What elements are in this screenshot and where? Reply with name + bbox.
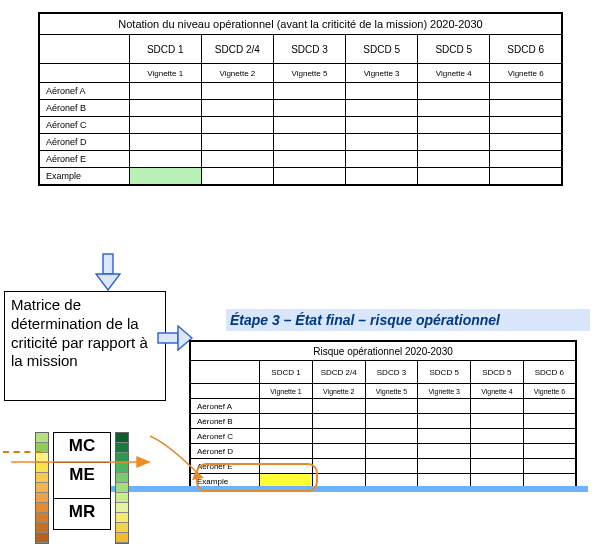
legend: MC ME MR [11,432,171,540]
bottom-table-title: Risque opérationnel 2020-2030 [190,341,576,361]
bot-sub-5: Vignette 6 [523,384,576,399]
table-row: Aéronef E [190,459,576,474]
step3-heading: Étape 3 – État final – risque opérationn… [226,309,590,331]
bot-sub-0: Vignette 1 [260,384,313,399]
bot-col-5: SDCD 6 [523,361,576,384]
bot-col-3: SDCD 5 [418,361,471,384]
top-col-4: SDCD 5 [418,35,490,64]
table-row: Aéronef B [190,414,576,429]
table-row: Aéronef D [190,444,576,459]
bot-col-2: SDCD 3 [365,361,418,384]
top-table-title: Notation du niveau opérationnel (avant l… [39,13,562,35]
bottom-table: Risque opérationnel 2020-2030 SDCD 1 SDC… [189,340,577,490]
svg-marker-1 [96,274,120,290]
top-col-0: SDCD 1 [129,35,201,64]
table-row: Aéronef A [190,399,576,414]
legend-pointer-icon [11,455,151,469]
bot-sub-1: Vignette 2 [312,384,365,399]
bot-sub-4: Vignette 4 [471,384,524,399]
top-col-5: SDCD 6 [490,35,562,64]
top-sub-1: Vignette 2 [201,64,273,83]
top-col-2: SDCD 3 [273,35,345,64]
top-sub-0: Vignette 1 [129,64,201,83]
legend-label-mr: MR [53,498,111,530]
bot-sub-2: Vignette 5 [365,384,418,399]
top-col-1: SDCD 2/4 [201,35,273,64]
table-row: Aéronef B [39,100,562,117]
table-row: Aéronef D [39,134,562,151]
table-row: Aéronef A [39,83,562,100]
legend-band-left [35,432,49,544]
matrix-label-box: Matrice de détermination de la criticité… [4,291,166,401]
bot-sub-3: Vignette 3 [418,384,471,399]
top-sub-2: Vignette 5 [273,64,345,83]
bot-col-0: SDCD 1 [260,361,313,384]
top-sub-5: Vignette 6 [490,64,562,83]
top-sub-4: Vignette 4 [418,64,490,83]
bot-col-4: SDCD 5 [471,361,524,384]
top-highlight-cell [129,168,201,186]
table-row: Aéronef E [39,151,562,168]
top-sub-3: Vignette 3 [346,64,418,83]
table-row: Example [39,168,562,186]
arrow-right-icon [157,325,193,351]
top-col-3: SDCD 5 [346,35,418,64]
bot-col-1: SDCD 2/4 [312,361,365,384]
blue-strip [108,486,588,492]
svg-rect-0 [103,254,113,274]
svg-rect-2 [158,333,178,343]
table-row: Aéronef C [190,429,576,444]
legend-dash-icon [3,451,41,453]
legend-band-right [115,432,129,544]
table-row: Aéronef C [39,117,562,134]
top-table: Notation du niveau opérationnel (avant l… [38,12,563,186]
svg-marker-5 [137,457,149,467]
arrow-down-icon [95,253,121,291]
